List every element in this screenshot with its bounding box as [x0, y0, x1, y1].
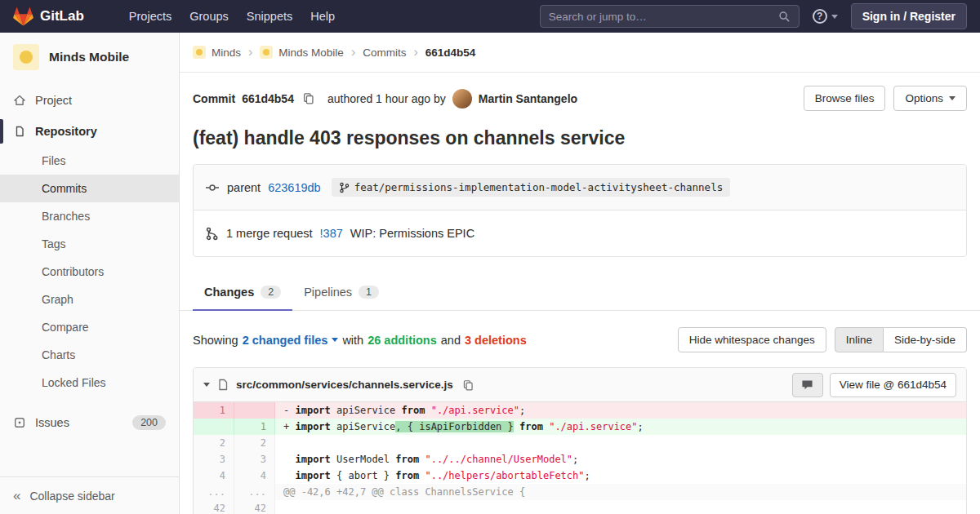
diff-old-line-number[interactable]: 3 — [194, 451, 234, 467]
diff-old-line-number[interactable]: ... — [194, 484, 234, 500]
view-file-button[interactable]: View file @ 661d4b54 — [830, 373, 956, 397]
sidebar-item-compare[interactable]: Compare — [0, 313, 179, 341]
diff-table: 1- import apiService from "./api.service… — [194, 402, 966, 514]
changed-files-dropdown[interactable]: 2 changed files — [243, 334, 339, 347]
parent-sha-link[interactable]: 623619db — [268, 181, 321, 194]
diff-file-card: src/common/services/channels.service.js … — [193, 367, 967, 514]
diff-line: ......@@ -42,6 +42,7 @@ class ChannelsSe… — [194, 484, 966, 500]
additions-count: 26 additions — [368, 334, 437, 347]
file-path-link[interactable]: src/common/services/channels.service.js — [236, 379, 453, 391]
diff-line-code — [275, 500, 966, 514]
project-name: Minds Mobile — [49, 50, 129, 64]
nav-item-groups[interactable]: Groups — [180, 0, 238, 33]
author-link[interactable]: Martin Santangelo — [479, 92, 577, 105]
options-dropdown[interactable]: Options — [893, 86, 967, 111]
diff-line-code: import { abort } from "../helpers/aborta… — [275, 467, 966, 484]
sidebar-item-tags[interactable]: Tags — [0, 230, 179, 258]
diff-old-line-number[interactable]: 4 — [194, 467, 234, 484]
sign-in-button[interactable]: Sign in / Register — [851, 3, 967, 29]
breadcrumb-minds-mobile[interactable]: Minds Mobile — [260, 46, 344, 59]
mr-count-text: 1 merge request — [226, 227, 313, 240]
tab-pipelines[interactable]: Pipelines 1 — [292, 275, 390, 311]
chevron-down-icon — [949, 96, 956, 100]
project-header[interactable]: Minds Mobile — [0, 33, 179, 82]
diff-new-line-number[interactable]: 42 — [234, 500, 275, 514]
diff-old-line-number[interactable]: 42 — [194, 500, 234, 514]
sidebar-item-project[interactable]: Project — [0, 85, 179, 116]
changes-count-badge: 2 — [261, 286, 281, 299]
diff-old-line-number[interactable]: 2 — [194, 435, 234, 451]
question-icon — [813, 9, 827, 24]
tab-changes[interactable]: Changes 2 — [193, 275, 292, 311]
breadcrumb: Minds Minds Mobile Commits 661d4b54 — [180, 33, 980, 73]
collapse-sidebar-button[interactable]: Collapse sidebar — [0, 476, 179, 514]
tanuki-icon — [13, 7, 33, 26]
diff-old-line-number[interactable]: 1 — [194, 402, 234, 419]
brand-text: GitLab — [40, 8, 84, 24]
diff-new-line-number[interactable]: 3 — [234, 451, 275, 467]
diff-line: 33 import UserModel from "../../channel/… — [194, 451, 966, 467]
nav-item-help[interactable]: Help — [301, 0, 344, 33]
search-box[interactable] — [540, 5, 800, 28]
sidebar-item-charts[interactable]: Charts — [0, 341, 179, 369]
chevron-right-icon — [248, 45, 252, 60]
group-avatar — [193, 46, 206, 59]
diff-new-line-number[interactable] — [234, 402, 275, 419]
inline-toggle[interactable]: Inline — [835, 327, 884, 352]
sidebar-item-branches[interactable]: Branches — [0, 202, 179, 230]
diff-line-code: import UserModel from "../../channel/Use… — [275, 451, 966, 467]
diff-file-header: src/common/services/channels.service.js … — [194, 368, 966, 402]
mr-title: WIP: Permissions EPIC — [350, 227, 474, 240]
author-avatar[interactable] — [452, 89, 472, 109]
collapse-diff-caret[interactable] — [203, 383, 210, 387]
comment-toggle-button[interactable] — [792, 373, 823, 397]
diff-new-line-number[interactable]: 2 — [234, 435, 275, 451]
authored-text: authored 1 hour ago by — [327, 92, 446, 105]
commit-sha: 661d4b54 — [242, 92, 294, 105]
copy-sha-button[interactable] — [301, 92, 316, 104]
diff-line-code — [275, 435, 966, 451]
sidebar-item-files[interactable]: Files — [0, 147, 179, 175]
breadcrumb-commits[interactable]: Commits — [363, 47, 406, 59]
sidebar-item-locked-files[interactable]: Locked Files — [0, 369, 179, 397]
commit-info-box: parent 623619db feat/permissions-impleme… — [193, 164, 967, 257]
comment-bubble-icon — [801, 379, 813, 391]
breadcrumb-minds[interactable]: Minds — [193, 46, 241, 59]
nav-item-snippets[interactable]: Snippets — [238, 0, 301, 33]
diff-line: 44 import { abort } from "../helpers/abo… — [194, 467, 966, 484]
view-mode-toggle: Inline Side-by-side — [835, 327, 967, 352]
mr-ref-link[interactable]: !387 — [320, 227, 343, 240]
sidebar-item-repository[interactable]: Repository — [0, 116, 179, 147]
diff-line: 1+ import apiService, { isApiForbidden }… — [194, 419, 966, 435]
commit-meta-row: Commit 661d4b54 authored 1 hour ago by M… — [180, 73, 980, 111]
side-by-side-toggle[interactable]: Side-by-side — [884, 327, 967, 352]
sidebar-item-commits[interactable]: Commits — [0, 175, 179, 202]
branch-ref-pill[interactable]: feat/permissions-implementation-model-ac… — [332, 178, 731, 197]
sidebar-item-contributors[interactable]: Contributors — [0, 258, 179, 286]
commit-label: Commit — [193, 92, 235, 105]
diff-new-line-number[interactable]: 1 — [234, 419, 275, 435]
merge-request-row: 1 merge request !387 WIP: Permissions EP… — [194, 210, 966, 256]
commit-actions: Browse files Options — [804, 86, 967, 111]
help-menu[interactable] — [813, 9, 838, 24]
project-sidebar: Minds Mobile Project Repository FilesCom… — [0, 33, 180, 514]
repository-subnav: FilesCommitsBranchesTagsContributorsGrap… — [0, 147, 179, 397]
copy-path-button[interactable] — [461, 379, 475, 391]
search-input[interactable] — [549, 11, 778, 23]
parent-label: parent — [227, 181, 261, 194]
nav-item-projects[interactable]: Projects — [120, 0, 180, 33]
sidebar-item-issues[interactable]: Issues 200 — [0, 406, 179, 439]
navbar-menu: ProjectsGroupsSnippetsHelp — [120, 0, 344, 33]
breadcrumb-current-sha: 661d4b54 — [425, 47, 476, 59]
diff-new-line-number[interactable]: ... — [234, 484, 275, 500]
browse-files-button[interactable]: Browse files — [804, 86, 886, 111]
diff-new-line-number[interactable]: 4 — [234, 467, 275, 484]
hide-whitespace-button[interactable]: Hide whitespace changes — [678, 327, 826, 352]
copy-icon — [462, 379, 474, 391]
pipelines-count-badge: 1 — [359, 286, 379, 299]
diff-old-line-number[interactable] — [194, 419, 234, 435]
diff-line-code: + import apiService, { isApiForbidden } … — [275, 419, 966, 435]
sidebar-item-graph[interactable]: Graph — [0, 286, 179, 313]
merge-request-icon — [205, 227, 219, 241]
gitlab-logo[interactable]: GitLab — [13, 7, 84, 26]
